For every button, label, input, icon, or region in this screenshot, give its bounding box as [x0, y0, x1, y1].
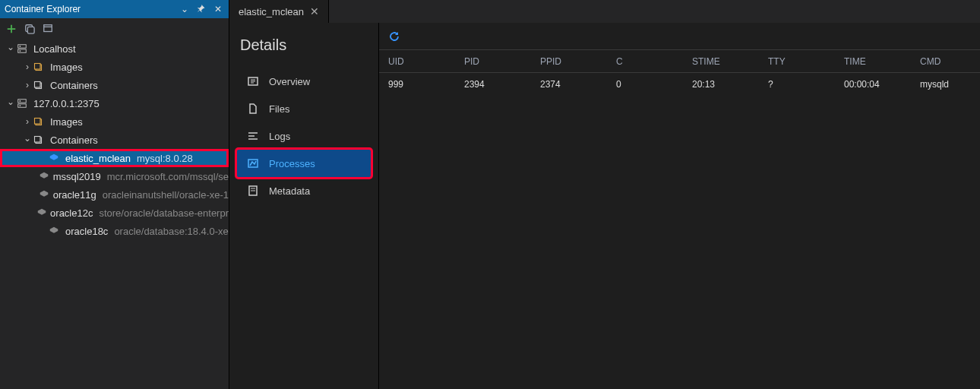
editor-tabs: elastic_mclean ✕	[229, 0, 980, 23]
tree-label: oracle12c	[50, 207, 93, 219]
overview-icon	[246, 75, 260, 87]
cell-cmd: mysqld	[920, 79, 971, 90]
cell-tty: ?	[768, 79, 844, 90]
containers-icon	[33, 135, 47, 144]
svg-rect-12	[18, 100, 27, 103]
files-icon	[246, 103, 260, 115]
svg-point-15	[20, 105, 21, 106]
svg-rect-4	[18, 45, 27, 48]
details-nav: Details Overview Files	[229, 23, 379, 389]
nav-label: Overview	[269, 76, 310, 87]
chevron-right-icon[interactable]	[21, 80, 33, 90]
tree-sublabel: mcr.microsoft.com/mssql/se	[107, 171, 229, 182]
server-icon	[17, 43, 30, 54]
container-row[interactable]: mssql2019 mcr.microsoft.com/mssql/se	[0, 167, 229, 185]
svg-rect-13	[18, 104, 27, 107]
processes-pane: UID PID PPID C STIME TTY TIME CMD 999 23…	[379, 23, 980, 389]
tree-label: oracle18c	[65, 226, 108, 237]
logs-icon	[246, 130, 260, 142]
nav-label: Files	[269, 103, 289, 115]
close-icon[interactable]: ✕	[212, 3, 224, 15]
nav-metadata[interactable]: Metadata	[237, 177, 371, 204]
svg-point-6	[20, 46, 21, 47]
tree-containers[interactable]: Containers	[0, 76, 229, 94]
images-icon	[33, 62, 47, 71]
table-row[interactable]: 999 2394 2374 0 20:13 ? 00:00:04 mysqld	[379, 73, 980, 96]
svg-rect-1	[27, 27, 34, 33]
svg-rect-19	[35, 137, 41, 143]
tree-images[interactable]: Images	[0, 58, 229, 76]
th-ppid[interactable]: PPID	[540, 56, 616, 67]
svg-rect-17	[35, 119, 41, 125]
tree-label: Images	[50, 116, 83, 128]
chevron-down-icon[interactable]	[21, 134, 33, 145]
nav-processes[interactable]: Processes	[237, 150, 371, 177]
tree-sublabel: oracle/database:18.4.0-xe	[114, 226, 228, 237]
refresh-icon[interactable]	[388, 30, 400, 43]
container-row[interactable]: oracle11g oracleinanutshell/oracle-xe-1	[0, 185, 229, 204]
cell-ppid: 2374	[540, 79, 616, 90]
th-time[interactable]: TIME	[844, 56, 920, 67]
tree-sublabel: mysql:8.0.28	[137, 153, 193, 164]
th-stime[interactable]: STIME	[692, 56, 768, 67]
images-icon	[33, 117, 47, 126]
svg-rect-11	[35, 82, 41, 88]
nav-label: Logs	[269, 131, 290, 142]
editor-tab[interactable]: elastic_mclean ✕	[229, 0, 329, 23]
tree-host-remote[interactable]: 127.0.0.1:2375	[0, 94, 229, 112]
chevron-down-icon[interactable]	[5, 43, 17, 54]
panel-toolbar	[0, 18, 229, 40]
chevron-right-icon[interactable]	[21, 116, 33, 127]
container-stopped-icon	[36, 207, 47, 218]
pin-icon[interactable]	[195, 3, 207, 15]
containers-icon	[33, 81, 47, 90]
processes-icon	[246, 157, 260, 169]
tree-sublabel: store/oracle/database-enterpr	[99, 207, 229, 219]
svg-point-14	[20, 100, 21, 102]
windows-icon[interactable]	[43, 24, 53, 34]
process-table: UID PID PPID C STIME TTY TIME CMD 999 23…	[379, 50, 980, 96]
th-pid[interactable]: PID	[464, 56, 540, 67]
container-tree[interactable]: Localhost Images Containers	[0, 40, 229, 389]
th-c[interactable]: C	[616, 56, 692, 67]
container-row[interactable]: oracle18c oracle/database:18.4.0-xe	[0, 222, 229, 240]
cell-c: 0	[616, 79, 692, 90]
container-stopped-icon	[39, 189, 49, 200]
nav-files[interactable]: Files	[237, 95, 371, 122]
svg-rect-9	[35, 64, 41, 70]
details-title: Details	[237, 36, 371, 54]
nav-label: Processes	[269, 158, 315, 169]
close-icon[interactable]: ✕	[310, 5, 319, 17]
tree-label: 127.0.0.1:2375	[33, 98, 100, 109]
chevron-down-icon[interactable]: ⌄	[179, 3, 191, 15]
th-tty[interactable]: TTY	[768, 56, 844, 67]
nav-logs[interactable]: Logs	[237, 122, 371, 150]
cell-stime: 20:13	[692, 79, 768, 90]
cell-pid: 2394	[464, 79, 540, 90]
tree-label: Localhost	[33, 43, 76, 55]
tree-host-localhost[interactable]: Localhost	[0, 40, 229, 58]
chevron-down-icon[interactable]	[5, 98, 17, 109]
container-row[interactable]: oracle12c store/oracle/database-enterpr	[0, 204, 229, 222]
container-explorer-panel: Container Explorer ⌄ ✕	[0, 0, 229, 389]
container-running-icon	[49, 153, 62, 163]
refresh-all-icon[interactable]	[24, 24, 35, 34]
tree-images[interactable]: Images	[0, 112, 229, 131]
panel-titlebar: Container Explorer ⌄ ✕	[0, 0, 229, 18]
nav-overview[interactable]: Overview	[237, 68, 371, 95]
cell-time: 00:00:04	[844, 79, 920, 90]
tree-label: oracle11g	[53, 189, 96, 201]
metadata-icon	[246, 185, 260, 197]
chevron-right-icon[interactable]	[21, 62, 33, 72]
tree-sublabel: oracleinanutshell/oracle-xe-1	[103, 189, 229, 201]
add-icon[interactable]	[6, 24, 17, 34]
nav-label: Metadata	[269, 185, 310, 197]
container-row-elastic-mclean[interactable]: elastic_mclean mysql:8.0.28	[0, 149, 229, 167]
tree-containers[interactable]: Containers	[0, 131, 229, 149]
server-icon	[17, 98, 30, 109]
th-cmd[interactable]: CMD	[920, 56, 971, 67]
th-uid[interactable]: UID	[388, 56, 464, 67]
table-header: UID PID PPID C STIME TTY TIME CMD	[379, 50, 980, 73]
tree-label: Containers	[50, 134, 98, 146]
panel-title: Container Explorer	[5, 4, 179, 14]
